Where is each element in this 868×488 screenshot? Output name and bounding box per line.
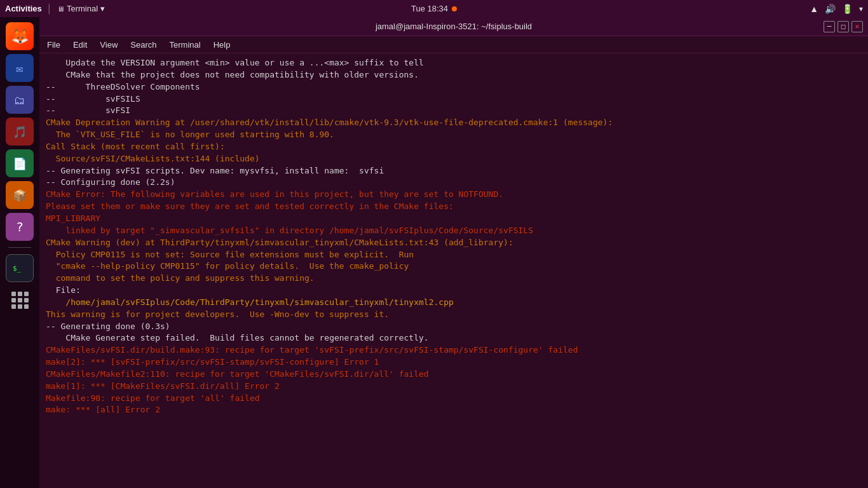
menu-edit[interactable]: Edit [71,39,90,51]
dock-icon-document[interactable]: 📄 [6,149,34,177]
volume-icon: 🔊 [825,4,836,14]
terminal-icon-small: 🖥 [57,5,64,13]
dock-icon-mail[interactable]: ✉ [6,54,34,82]
terminal-menu-group[interactable]: 🖥 Terminal ▾ [57,4,105,13]
top-bar-center: Tue 18:34 [411,4,457,13]
dock-icon-terminal[interactable]: $_ [6,254,34,282]
terminal-svg-icon: $_ [11,261,29,275]
menu-help[interactable]: Help [211,39,233,51]
terminal-line-5: CMake Error: The following variables are… [46,189,862,236]
top-bar-right: ▲ 🔊 🔋 ▾ [810,4,863,14]
svg-text:$_: $_ [13,264,22,273]
datetime-label: Tue 18:34 [411,4,448,13]
wifi-icon: ▲ [810,4,818,14]
dock-icon-files[interactable]: 🗂 [6,86,34,114]
terminal-line-2: -- ThreeDSolver Components -- svFSILS --… [46,81,862,118]
terminal-line-11: CMakeFiles/svFSI.dir/build.make:93: reci… [46,344,862,416]
menu-search[interactable]: Search [128,39,159,51]
settings-icon: ▾ [859,4,863,13]
terminal-content[interactable]: Update the VERSION argument <min> value … [39,53,868,488]
terminal-line-8: /home/jamal/svFSIplus/Code/ThirdParty/ti… [46,297,862,309]
terminal-line-1: Update the VERSION argument <min> value … [46,57,862,81]
dock-icon-app[interactable]: 📦 [6,181,34,209]
terminal-dropdown-arrow[interactable]: ▾ [100,4,105,13]
system-icons: ▲ 🔊 🔋 ▾ [810,4,863,14]
terminal-line-6: CMake Warning (dev) at ThirdParty/tinyxm… [46,237,862,285]
terminal-titlebar: jamal@jamal-Inspiron-3521: ~/fsiplus-bui… [39,17,868,36]
battery-icon: 🔋 [842,4,853,14]
dock-icon-help[interactable]: ? [6,213,34,241]
activities-label[interactable]: Activities [5,4,42,13]
terminal-line-9: This warning is for project developers. … [46,309,862,321]
application-dock: 🦊 ✉ 🗂 🎵 📄 📦 ? $_ [0,17,39,488]
top-system-bar: Activities │ 🖥 Terminal ▾ Tue 18:34 ▲ 🔊 … [0,0,868,17]
terminal-menubar: File Edit View Search Terminal Help [39,36,868,53]
dock-icon-apps[interactable] [6,286,34,314]
minimize-button[interactable]: ─ [824,21,835,32]
menu-view[interactable]: View [97,39,120,51]
terminal-title: jamal@jamal-Inspiron-3521: ~/fsiplus-bui… [376,22,532,31]
dock-separator [8,247,31,248]
terminal-line-7: File: [46,285,862,297]
menu-file[interactable]: File [44,39,63,51]
window-controls: ─ □ ✕ [824,21,863,32]
top-bar-divider: │ [47,4,52,13]
terminal-line-4: -- Generating svFSI scripts. Dev name: m… [46,165,862,189]
terminal-line-10: -- Generating done (0.3s) CMake Generate… [46,321,862,345]
menu-terminal[interactable]: Terminal [167,39,203,51]
dock-icon-music[interactable]: 🎵 [6,118,34,146]
terminal-menu-label[interactable]: Terminal [67,4,98,13]
terminal-window: jamal@jamal-Inspiron-3521: ~/fsiplus-bui… [39,17,868,488]
terminal-line-3: CMake Deprecation Warning at /user/share… [46,117,862,165]
status-dot-icon [452,6,457,11]
close-button[interactable]: ✕ [851,21,863,32]
top-bar-left: Activities │ 🖥 Terminal ▾ [5,4,105,13]
maximize-button[interactable]: □ [837,21,849,32]
dock-icon-firefox[interactable]: 🦊 [6,22,34,50]
